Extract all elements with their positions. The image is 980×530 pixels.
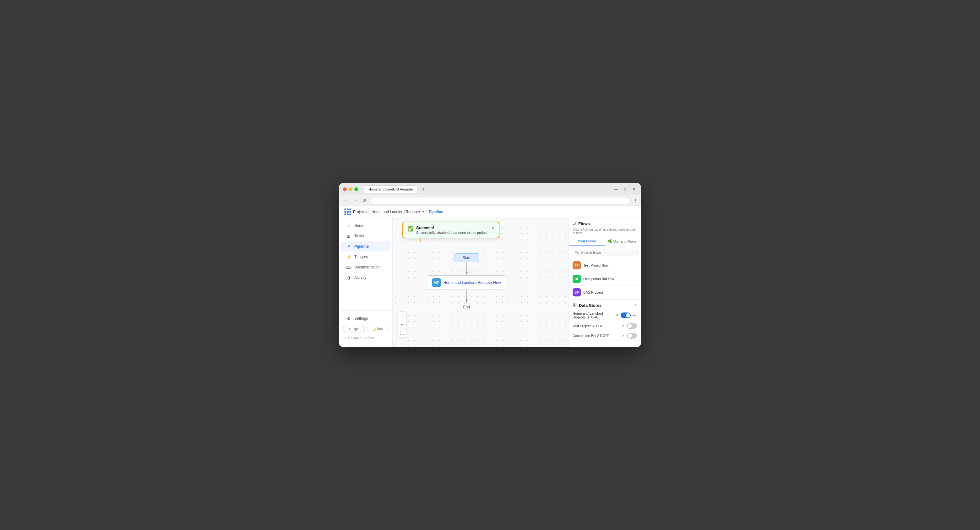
main-node-label: Home and Landlord Requote Flow	[444, 280, 501, 285]
flow-item-of[interactable]: OF Occupation Bot flow	[569, 272, 641, 286]
browser-menu-button[interactable]: ⋮	[633, 198, 638, 203]
zoom-fit-button[interactable]: ⛶	[398, 329, 406, 337]
success-text-block: Success! Successfully attached data stor…	[416, 225, 487, 235]
unmand-icon: 🌿	[608, 239, 612, 244]
sidebar-bottom: ⚙ Settings ☀ Light 🌙 Dark « Collapse Sid…	[339, 310, 392, 344]
moon-icon: 🌙	[372, 327, 375, 331]
breadcrumb-projects[interactable]: Projects	[353, 210, 367, 214]
dark-label: Dark	[377, 327, 383, 331]
forward-button[interactable]: →	[352, 197, 359, 204]
pipeline-icon: ⑂	[346, 244, 351, 249]
flows-panel-header: ⇄ Flows	[569, 218, 641, 228]
minimize-icon[interactable]: —	[613, 187, 619, 192]
sidebar-label-documentation: Documentation	[354, 265, 380, 270]
search-flows-input[interactable]	[581, 251, 635, 255]
breadcrumb-sep-1: /	[368, 210, 369, 214]
datastore-link-occupation[interactable]: ↗	[621, 334, 624, 338]
flows-section: ⇄ Flows Drag a flow on top of an existin…	[569, 218, 641, 300]
datastore-link-test[interactable]: ↗	[621, 324, 624, 328]
minimize-window-button[interactable]	[348, 187, 352, 191]
tasks-icon: ⊞	[346, 233, 351, 239]
tab-your-flows[interactable]: Your Flows	[569, 237, 605, 246]
datastores-collapse-button[interactable]: ∧	[634, 303, 637, 307]
flow-item-tf[interactable]: TF Test Project flow	[569, 259, 641, 272]
flows-panel-title: Flows	[578, 221, 590, 226]
start-node[interactable]: Start	[454, 253, 479, 262]
connector-3	[466, 290, 467, 299]
app-window: Home and Landlord Requote + — □ ✕ ← → ↺ …	[339, 183, 641, 347]
zoom-out-button[interactable]: −	[398, 320, 406, 329]
collapse-sidebar-button[interactable]: « Collapse Sidebar	[339, 334, 392, 342]
sidebar-item-documentation[interactable]: 📖 Documentation	[341, 262, 390, 272]
end-node[interactable]: End	[454, 303, 479, 311]
back-button[interactable]: ←	[342, 197, 349, 204]
sidebar-item-triggers[interactable]: ⚡ Triggers	[341, 252, 390, 262]
flow-diagram: Start HF Home and Landlord Requote Flow …	[427, 253, 506, 311]
sidebar-label-tasks: Tasks	[354, 234, 364, 238]
flows-panel-subtitle: Drag a flow on top of an existing node t…	[569, 228, 641, 237]
sidebar-item-home[interactable]: ⌂ Home	[341, 221, 390, 231]
zoom-in-button[interactable]: +	[398, 312, 406, 320]
right-panel: ⇄ Flows Drag a flow on top of an existin…	[568, 218, 641, 347]
flow-badge-tf: TF	[573, 261, 581, 270]
sidebar-item-tasks[interactable]: ⊞ Tasks	[341, 231, 390, 241]
url-input[interactable]	[370, 197, 631, 204]
sidebar-label-activity: Activity	[354, 275, 366, 280]
toggle-thumb-occupation	[628, 334, 632, 338]
sidebar-item-activity[interactable]: ◑ Activity	[341, 273, 390, 283]
search-flows-box: 🔍	[572, 249, 638, 256]
close-icon[interactable]: ✕	[632, 187, 637, 192]
sidebar: ⌂ Home ⊞ Tasks ⑂ Pipeline ⚡ Triggers 📖	[339, 218, 393, 347]
sidebar-label-home: Home	[354, 223, 364, 228]
flows-panel-tabs: Your Flows 🌿 Unmand Flows	[569, 237, 641, 246]
new-tab-button[interactable]: +	[420, 187, 426, 192]
breadcrumb-project[interactable]: Home and Landlord Requote	[372, 210, 420, 214]
flow-item-bp[interactable]: BP BAS Process	[569, 286, 641, 299]
datastores-header: 🗄 Data Stores ∧	[569, 300, 641, 310]
title-bar-right: — □ ✕	[613, 187, 637, 192]
datastore-row-test: Test Project STORE ↗	[569, 321, 641, 331]
breadcrumb: Projects / Home and Landlord Requote ▾ /…	[339, 206, 641, 218]
database-icon: 🗄	[573, 303, 577, 308]
datastores-title: Data Stores	[579, 303, 601, 308]
datastore-toggle-test[interactable]	[627, 323, 637, 329]
sun-icon: ☀	[348, 327, 351, 331]
title-bar: Home and Landlord Requote + — □ ✕	[339, 183, 641, 195]
reload-button[interactable]: ↺	[361, 197, 368, 204]
restore-icon[interactable]: □	[623, 187, 628, 192]
theme-light-button[interactable]: ☀ Light	[343, 326, 365, 332]
datastore-name-occupation: Occupation Bot STORE	[573, 334, 621, 338]
red-arrow-indicator: ←	[632, 313, 637, 318]
search-icon: 🔍	[575, 251, 579, 255]
notification-arrow: ↓	[419, 236, 422, 243]
breadcrumb-pipeline: Pipeline	[429, 210, 443, 214]
flows-list: TF Test Project flow OF Occupation Bot f…	[569, 259, 641, 299]
light-label: Light	[352, 327, 360, 331]
sidebar-item-settings[interactable]: ⚙ Settings	[341, 313, 390, 324]
datastore-link-home[interactable]: ↗	[615, 313, 618, 318]
success-message: Successfully attached data store to this…	[416, 231, 487, 235]
node-icon: HF	[432, 278, 441, 287]
app-logo	[344, 208, 351, 216]
notification-close-button[interactable]: ×	[492, 225, 495, 230]
theme-dark-button[interactable]: 🌙 Dark	[367, 326, 389, 332]
settings-icon: ⚙	[346, 316, 351, 321]
zoom-controls: + − ⛶	[398, 311, 406, 337]
close-window-button[interactable]	[343, 187, 347, 191]
datastore-name-test: Test Project STORE	[573, 324, 621, 328]
main-flow-node[interactable]: HF Home and Landlord Requote Flow	[427, 275, 506, 290]
sidebar-label-pipeline: Pipeline	[354, 244, 369, 249]
maximize-window-button[interactable]	[354, 187, 358, 191]
connector-1	[466, 262, 467, 271]
browser-tab[interactable]: Home and Landlord Requote	[364, 185, 417, 193]
breadcrumb-dropdown-icon[interactable]: ▾	[422, 210, 424, 214]
sidebar-item-pipeline[interactable]: ⑂ Pipeline	[341, 241, 390, 251]
datastore-toggle-home[interactable]	[620, 313, 631, 318]
datastores-section: 🗄 Data Stores ∧ Home and Landlord Requot…	[569, 300, 641, 341]
datastore-toggle-occupation[interactable]	[627, 333, 637, 338]
canvas-area[interactable]: ✅ Success! Successfully attached data st…	[393, 218, 568, 347]
toggle-thumb-test	[628, 324, 632, 328]
tab-area: Home and Landlord Requote +	[364, 185, 427, 193]
success-notification: ✅ Success! Successfully attached data st…	[402, 222, 500, 238]
tab-unmand-flows[interactable]: 🌿 Unmand Flows	[605, 237, 641, 246]
